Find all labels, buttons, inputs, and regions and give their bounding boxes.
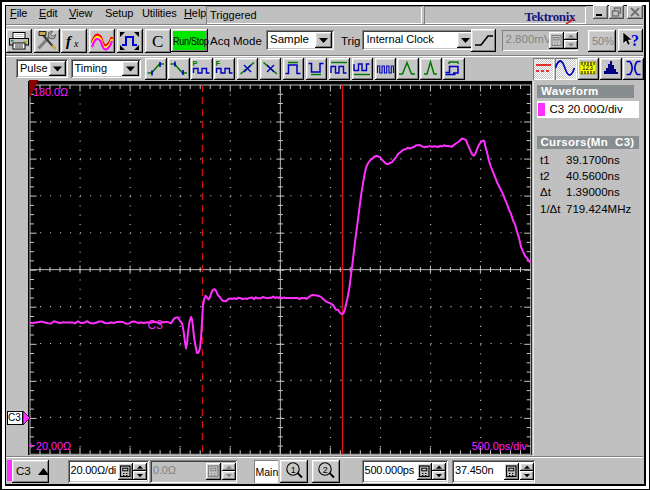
svg-text:?: ? — [631, 32, 639, 49]
svg-text:F: F — [215, 59, 220, 68]
svg-text:x: x — [73, 38, 79, 49]
svg-text:123: 123 — [582, 64, 593, 71]
svg-text:f: f — [66, 33, 73, 49]
svg-text:2: 2 — [322, 464, 327, 474]
svg-text:1: 1 — [291, 464, 296, 474]
svg-text:P: P — [193, 59, 198, 68]
svg-text:C: C — [152, 32, 163, 51]
